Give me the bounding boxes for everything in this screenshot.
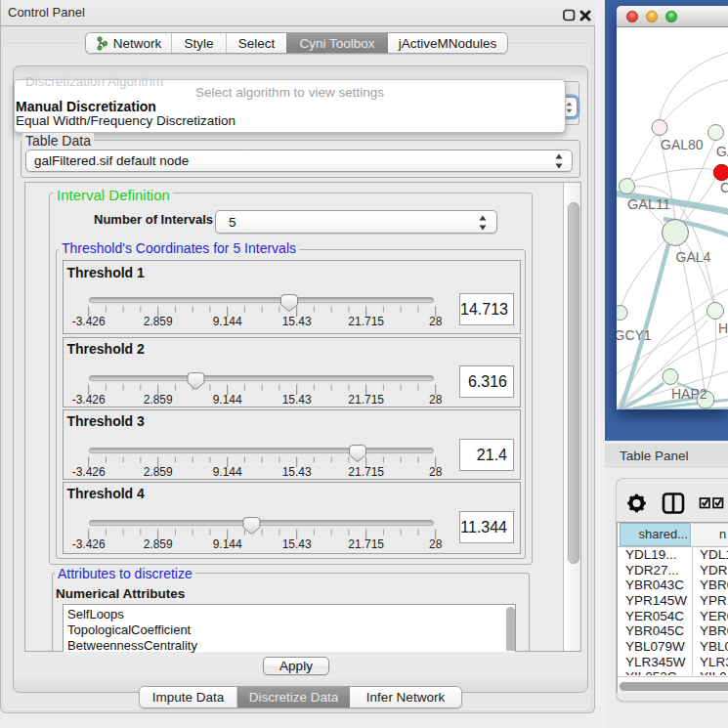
svg-text:HAP2: HAP2 xyxy=(671,386,707,402)
svg-text:GCY1: GCY1 xyxy=(617,327,652,343)
svg-text:GA: GA xyxy=(716,144,728,159)
svg-text:GAL80: GAL80 xyxy=(661,137,704,152)
svg-text:GAL11: GAL11 xyxy=(627,196,670,212)
svg-text:C: C xyxy=(720,180,728,195)
svg-text:HA: HA xyxy=(718,321,728,336)
svg-text:GAL4: GAL4 xyxy=(676,249,711,265)
